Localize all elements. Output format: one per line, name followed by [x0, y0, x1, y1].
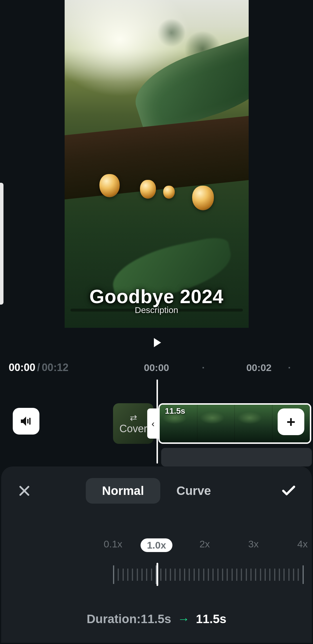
- current-time: 00:00: [9, 361, 35, 374]
- check-icon: [281, 483, 297, 499]
- plus-icon: +: [287, 413, 295, 430]
- speed-label-2x: 2x: [199, 538, 210, 550]
- speed-scale-labels: 0.1x 1.0x 2x 3x 4x: [1, 538, 312, 553]
- ruler-dot: ·: [288, 362, 291, 373]
- speed-slider-knob[interactable]: [156, 563, 158, 586]
- ruler-mark-2: 00:02: [246, 362, 272, 373]
- play-icon: [149, 335, 164, 350]
- preview-subtitle-text: Description: [65, 305, 249, 315]
- arrow-right-icon: →: [177, 612, 190, 626]
- timeline[interactable]: ⇄ Cover ‹ 11.5s +: [0, 379, 313, 469]
- total-time: 00:12: [42, 361, 68, 374]
- duration-to: 11.5s: [196, 612, 226, 626]
- timecode-bar: 00:00 / 00:12 00:00 · 00:02 ·: [0, 352, 313, 374]
- close-button[interactable]: [15, 482, 34, 500]
- speed-label-0-1x: 0.1x: [104, 538, 122, 550]
- confirm-button[interactable]: [279, 482, 298, 500]
- add-clip-button[interactable]: +: [278, 408, 304, 435]
- speed-selected-pill: 1.0x: [141, 538, 172, 552]
- time-separator: /: [37, 361, 40, 374]
- clip-duration-badge: 11.5s: [165, 406, 185, 416]
- add-music-row[interactable]: [161, 448, 312, 466]
- cover-label: Cover: [119, 423, 147, 435]
- speed-label-3x: 3x: [248, 538, 259, 550]
- speed-label-4x: 4x: [297, 538, 308, 550]
- chevron-left-icon: ‹: [152, 418, 155, 429]
- preview-title-text: Goodbye 2024: [65, 285, 249, 307]
- mute-button[interactable]: [13, 408, 39, 435]
- play-button[interactable]: [0, 335, 313, 352]
- video-preview[interactable]: Goodbye 2024 Description: [65, 0, 249, 328]
- ruler-dot: ·: [202, 362, 205, 373]
- ruler-mark-0: 00:00: [144, 362, 169, 373]
- preview-area: Goodbye 2024 Description: [0, 0, 313, 328]
- duration-from: 11.5s: [141, 612, 171, 626]
- svg-rect-1: [29, 418, 30, 425]
- duration-label: Duration:: [87, 612, 141, 626]
- playhead[interactable]: [156, 379, 158, 464]
- speed-sheet: Normal Curve 0.1x 1.0x 2x 3x 4x Duration…: [1, 466, 312, 643]
- speaker-icon: [19, 414, 33, 428]
- duration-readout: Duration:11.5s → 11.5s: [1, 612, 312, 626]
- close-icon: [17, 484, 31, 498]
- svg-rect-0: [27, 419, 28, 424]
- tab-curve[interactable]: Curve: [160, 478, 227, 504]
- swap-icon: ⇄: [130, 413, 137, 423]
- speed-slider[interactable]: [113, 563, 303, 586]
- speed-tabs: Normal Curve: [86, 478, 227, 504]
- tab-normal[interactable]: Normal: [86, 478, 160, 504]
